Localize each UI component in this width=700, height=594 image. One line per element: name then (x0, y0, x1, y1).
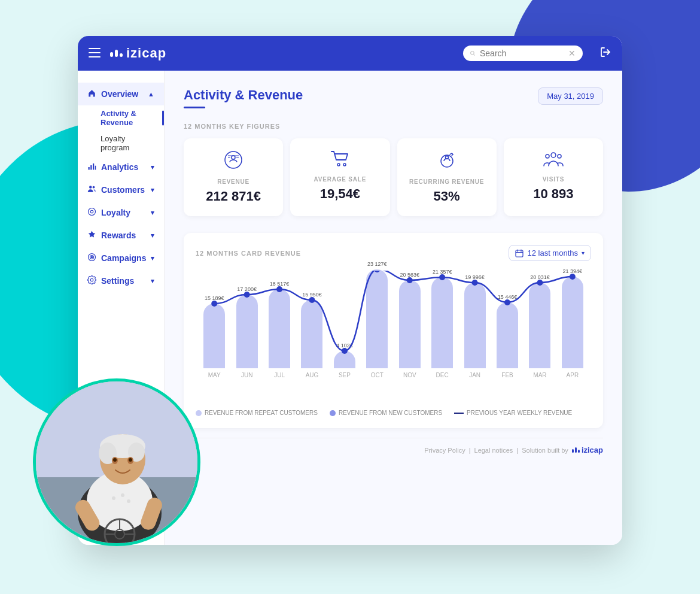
bar-pill-may (203, 304, 225, 368)
svg-point-9 (89, 186, 92, 189)
calendar-icon (515, 249, 524, 257)
bar-pill-mar (529, 283, 550, 368)
bar-group-sep: 4 102€SEP (328, 343, 361, 378)
footer-dot-3 (578, 450, 580, 453)
sidebar-item-customers[interactable]: Customers ▾ (78, 178, 164, 201)
app-logo: izicap (110, 46, 166, 61)
bar-month-nov: NOV (403, 372, 416, 378)
legend-item-prev-year: PREVIOUS YEAR WEEKLY REVENUE (454, 410, 572, 416)
kf-label-visits: VISITS (513, 176, 594, 183)
page-title-block: Activity & Revenue (184, 87, 303, 108)
bar-pill-jan (464, 283, 486, 368)
sidebar-item-overview[interactable]: Overview ▲ (78, 83, 164, 105)
bar-value-dec: 21 357€ (433, 269, 452, 275)
bar-month-feb: FEB (501, 372, 513, 378)
svg-point-21 (445, 156, 448, 159)
bar-value-jan: 19 996€ (465, 274, 485, 280)
svg-rect-8 (95, 166, 96, 170)
content-area: Activity & Revenue May 31, 2019 12 MONTH… (165, 71, 622, 545)
svg-point-24 (558, 154, 561, 158)
sidebar-item-rewards[interactable]: Rewards ▾ (78, 224, 164, 247)
recurring-icon (407, 150, 487, 174)
logout-icon[interactable] (599, 46, 611, 61)
customers-icon (87, 184, 96, 195)
legend-item-new: REVENUE FROM NEW CUSTOMERS (330, 410, 442, 416)
chart-filter-button[interactable]: 12 last months ▾ (509, 245, 591, 261)
bar-value-mar: 20 031€ (530, 274, 550, 280)
search-icon (470, 49, 475, 57)
title-underline (184, 107, 205, 108)
sidebar-label-settings: Settings (101, 276, 134, 286)
home-icon (87, 89, 96, 99)
svg-point-45 (112, 496, 115, 500)
sidebar-label-overview: Overview (101, 89, 138, 99)
bars-row: 15 189€MAY17 200€JUN18 517€JUL15 950€AUG… (196, 271, 591, 378)
svg-point-47 (127, 499, 130, 503)
svg-line-4 (474, 54, 475, 56)
sidebar-item-settings[interactable]: Settings ▾ (78, 269, 164, 292)
page-footer: Privacy Policy | Legal notices | Solutio… (184, 438, 603, 454)
kf-label-recurring: RECURRING REVENUE (407, 178, 487, 185)
search-input[interactable] (480, 49, 564, 58)
bar-month-jun: JUN (241, 372, 252, 378)
bar-month-mar: MAR (533, 372, 546, 378)
sidebar-item-campaigns[interactable]: Campaigns ▾ (78, 247, 164, 269)
bar-group-jun: 17 200€JUN (230, 286, 263, 378)
menu-icon[interactable] (89, 47, 101, 60)
bar-month-sep: SEP (339, 372, 351, 378)
sidebar-sub-activity[interactable]: Activity & Revenue (78, 105, 164, 131)
footer-brand: izicap (582, 446, 603, 454)
bar-month-may: MAY (208, 372, 221, 378)
legend-label-repeat: REVENUE FROM REPEAT CUSTOMERS (205, 410, 318, 416)
sidebar-item-loyalty[interactable]: Loyalty ▾ (78, 201, 164, 224)
bar-group-oct: 23 127€OCT (361, 261, 393, 378)
footer-legal[interactable]: Legal notices (474, 447, 513, 454)
loyalty-icon (87, 207, 96, 218)
sidebar-label-customers: Customers (101, 185, 145, 195)
settings-icon (87, 275, 96, 286)
logo-dot-1 (110, 52, 113, 57)
bar-pill-jun (236, 295, 258, 368)
bar-pill-nov (399, 280, 421, 368)
bar-month-jan: JAN (469, 372, 480, 378)
bar-value-oct: 23 127€ (367, 261, 387, 267)
bar-value-apr: 21 394€ (563, 268, 583, 274)
clear-icon[interactable]: ✕ (568, 49, 576, 58)
svg-point-46 (121, 493, 124, 497)
svg-rect-25 (516, 250, 523, 257)
logo-text: izicap (126, 46, 166, 61)
sidebar-sub-loyalty-program[interactable]: Loyalty program (78, 131, 164, 156)
footer-logo-dots (572, 447, 580, 453)
bar-pill-sep (334, 351, 355, 368)
footer-privacy[interactable]: Privacy Policy (424, 447, 465, 454)
rewards-icon (87, 230, 96, 241)
bar-group-aug: 15 950€AUG (296, 292, 328, 378)
kf-card-visits: VISITS 10 893 (504, 138, 603, 216)
svg-point-10 (93, 186, 95, 189)
kf-value-recurring: 53% (407, 189, 487, 204)
svg-rect-0 (89, 48, 101, 49)
bar-value-jul: 18 517€ (270, 281, 290, 287)
footer-dot-2 (575, 447, 577, 453)
bar-group-feb: 15 446€FEB (491, 294, 524, 378)
bar-value-nov: 20 563€ (400, 272, 419, 278)
bar-pill-dec (431, 277, 453, 368)
bar-group-apr: 21 394€APR (556, 268, 589, 378)
bar-group-nov: 20 563€NOV (394, 272, 426, 378)
legend-dot-new (330, 410, 336, 416)
bar-value-aug: 15 950€ (302, 292, 322, 298)
search-bar[interactable]: ✕ (463, 46, 583, 61)
chevron-down-rewards-icon: ▾ (151, 232, 154, 240)
analytics-icon (87, 162, 96, 172)
bar-month-jul: JUL (274, 372, 285, 378)
svg-rect-5 (89, 167, 90, 170)
svg-point-15 (91, 256, 92, 257)
sidebar-item-analytics[interactable]: Analytics ▾ (78, 156, 164, 178)
visits-icon (513, 150, 594, 171)
bar-group-mar: 20 031€MAR (524, 274, 556, 378)
svg-point-19 (343, 163, 346, 166)
chevron-down-loyalty-icon: ▾ (151, 209, 154, 217)
svg-rect-7 (93, 163, 94, 170)
bar-value-jun: 17 200€ (237, 286, 257, 292)
kf-value-revenue: 212 871€ (193, 189, 273, 204)
